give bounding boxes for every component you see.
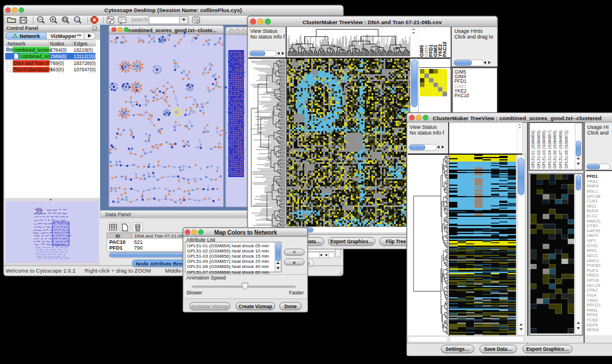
svg-text:GPL51-06 (GSM865) heat shock 4: GPL51-06 (GSM865) heat shock 40 min (187, 264, 269, 269)
svg-text:Click and drag to: Click and drag to (454, 34, 494, 40)
svg-text:GPL51-04 (GSM857) heat shock 2: GPL51-04 (GSM857) heat shock 20 min (187, 259, 269, 264)
svg-text:Create Vizmap: Create Vizmap (239, 304, 272, 309)
svg-text:PAC10: PAC10 (454, 93, 469, 98)
svg-text:No status info f: No status info f (410, 130, 445, 136)
svg-text:2569(6): 2569(6) (50, 53, 67, 59)
svg-text:ID: ID (116, 233, 120, 239)
svg-text:View Status: View Status (410, 124, 437, 130)
svg-text:GPL51-07 (GSM868) heat shock 6: GPL51-07 (GSM868) heat shock 60 min (187, 270, 269, 275)
svg-text:GPL51-02 (GSM855): GPL51-02 (GSM855) (537, 131, 541, 168)
svg-text:combined_scores_good.txt--clus: combined_scores_good.txt--cluste... (128, 28, 216, 33)
svg-text:Done: Done (284, 304, 297, 309)
svg-text:Network: Network (7, 41, 26, 47)
svg-text:Export Graphics…: Export Graphics… (330, 239, 373, 244)
svg-text:Usage Hints: Usage Hints (454, 28, 483, 34)
svg-text:HAP3: HAP3 (587, 233, 598, 238)
svg-text:^: ^ (293, 250, 296, 255)
svg-text:VizMapper™: VizMapper™ (51, 33, 82, 39)
svg-text:RNR4: RNR4 (587, 183, 598, 189)
svg-text:621: 621 (134, 239, 143, 245)
svg-text:1:1: 1:1 (75, 18, 79, 21)
svg-text:Edges: Edges (74, 41, 87, 47)
svg-text:GPL51-01 (GSM854) heat shock 0: GPL51-01 (GSM854) heat shock 05 min (187, 243, 269, 248)
svg-text:Nodes: Nodes (50, 41, 64, 47)
svg-text:Map Colors to Network: Map Colors to Network (215, 229, 277, 236)
svg-text:Click and: Click and (587, 130, 609, 136)
svg-text:Control Panel: Control Panel (6, 25, 38, 31)
svg-text:combined_scores: combined_scores (14, 47, 52, 53)
svg-text:PAC10: PAC10 (109, 239, 125, 245)
svg-text:Export Graphics…: Export Graphics… (526, 346, 569, 352)
svg-text:Middle-: Middle- (165, 267, 183, 274)
svg-text:Animate Vizmap: Animate Vizmap (191, 304, 229, 309)
svg-text:GPL51-03 (GSM856): GPL51-03 (GSM856) (542, 131, 546, 168)
svg-text:SEC24: SEC24 (587, 283, 600, 288)
svg-text:GPL51-06 (GSM865): GPL51-06 (GSM865) (553, 131, 557, 168)
svg-text:BUD4: BUD4 (587, 208, 598, 213)
svg-text:Data Panel: Data Panel (105, 212, 131, 217)
svg-text:GPL51-04 (GSM857): GPL51-04 (GSM857) (548, 131, 552, 168)
svg-text:PAN1: PAN1 (587, 308, 598, 313)
svg-text:Network: Network (20, 33, 41, 39)
svg-text:PFD1: PFD1 (109, 245, 123, 251)
svg-text:GPL51-01 (GSM854): GPL51-01 (GSM854) (531, 131, 536, 168)
svg-text:HMG1: HMG1 (587, 258, 599, 263)
svg-text:PAC10: PAC10 (442, 41, 447, 57)
svg-text:16218(0): 16218(0) (74, 47, 93, 53)
svg-text:Animation Speed: Animation Speed (186, 275, 226, 281)
svg-text:790: 790 (134, 245, 143, 251)
svg-text:Cytoscape Desktop (Session Nam: Cytoscape Desktop (Session Name: collins… (105, 7, 242, 13)
svg-text:ClusterMaker TreeView : DNA an: ClusterMaker TreeView : DNA and Tran 07-… (303, 19, 442, 25)
svg-text:RNAPuberNov2+I: RNAPuberNov2+I (14, 67, 52, 72)
svg-text:v: v (293, 260, 296, 265)
svg-text:Settings…: Settings… (445, 346, 469, 352)
svg-text:563(0): 563(0) (50, 67, 64, 72)
svg-text:Usage Hi: Usage Hi (587, 124, 609, 130)
svg-text:DNA and Tran 07-21-06…: DNA and Tran 07-21-06… (135, 233, 188, 239)
svg-text:183728(0): 183728(0) (74, 60, 95, 66)
svg-text:combined_sco: combined_sco (21, 53, 52, 59)
svg-text:13112(15): 13112(15) (74, 53, 95, 59)
svg-text:Attribute List: Attribute List (186, 237, 216, 243)
svg-text:No status info f: No status info f (250, 34, 285, 40)
svg-text:GPL51-02 (GSM855) heat shock 1: GPL51-02 (GSM855) heat shock 10 min (187, 248, 269, 254)
svg-text:DNA and Tran 07: DNA and Tran 07 (14, 60, 51, 66)
svg-text:GPL51-03 (GSM856) heat shock 1: GPL51-03 (GSM856) heat shock 15 min (187, 254, 269, 259)
svg-text:Right-click + drag to ZOOM: Right-click + drag to ZOOM (85, 267, 151, 274)
svg-text:Search:: Search: (131, 17, 149, 22)
svg-text:Slower: Slower (186, 290, 202, 296)
svg-text:ClusterMaker TreeView : combin: ClusterMaker TreeView : combined_scores_… (433, 115, 601, 121)
svg-text:GPL51-07 (GSM868): GPL51-07 (GSM868) (559, 131, 563, 168)
svg-text:MON2: MON2 (587, 327, 599, 332)
svg-text:107847(0): 107847(0) (74, 67, 95, 72)
svg-text:Save Data…: Save Data… (484, 346, 512, 352)
svg-text:GPL51-08 (GSM872): GPL51-08 (GSM872) (564, 131, 569, 168)
svg-text:View Status: View Status (250, 28, 278, 34)
svg-text:769(0): 769(0) (50, 60, 64, 66)
svg-text:Faster: Faster (289, 290, 304, 296)
svg-text:Welcome to Cytoscape 2.6.2: Welcome to Cytoscape 2.6.2 (6, 267, 75, 274)
svg-text:2764(0): 2764(0) (50, 47, 67, 53)
